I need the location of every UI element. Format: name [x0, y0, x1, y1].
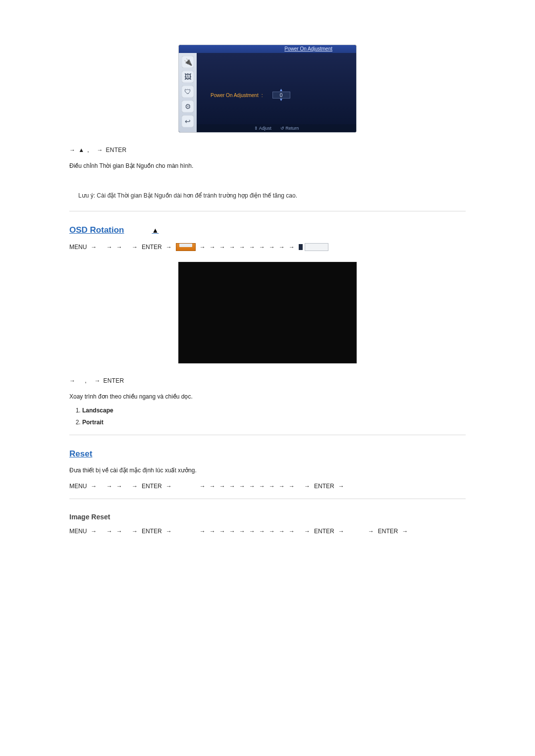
note-label: Lưu ý	[78, 192, 94, 199]
arrow-icon: →	[239, 244, 245, 251]
osd-body: 🔌 🖼 🛡 ⚙ ↩ Power On Adjustment : ▲ ▼	[179, 53, 356, 132]
osd-rail: 🔌 🖼 🛡 ⚙ ↩	[179, 53, 197, 132]
list-item: Landscape	[82, 407, 466, 414]
arrow-icon: →	[249, 483, 255, 490]
up-icon: ▲	[78, 147, 84, 153]
image-reset-menu-path: MENU → → → → ENTER→ → → → → → → → → → → …	[69, 528, 466, 535]
osd-row-label: Power On Adjustment	[211, 93, 259, 98]
image-reset-heading: Image Reset	[69, 513, 466, 521]
shield-icon: 🛡	[182, 86, 194, 98]
white-tag-icon	[305, 243, 328, 251]
arrow-icon: →	[402, 528, 408, 535]
arrow-icon: →	[69, 147, 75, 153]
reset-heading: Reset	[69, 449, 466, 459]
enter-label: ENTER	[378, 528, 398, 535]
arrow-icon: →	[289, 483, 295, 490]
arrow-icon: →	[91, 244, 97, 251]
arrow-icon: →	[338, 483, 344, 490]
arrow-icon: →	[107, 528, 112, 535]
power-note: Lưu ý: Cài đặt Thời gian Bật Nguồn dài h…	[78, 192, 466, 199]
arrow-icon: →	[107, 244, 112, 251]
nav-enter: ENTER	[106, 147, 127, 153]
arrow-icon: →	[239, 528, 245, 535]
list-item: Portrait	[82, 419, 466, 426]
arrow-icon: →	[289, 244, 295, 251]
return-icon: ↺	[280, 126, 284, 131]
arrow-icon: →	[269, 528, 275, 535]
osd-title: Power On Adjustment	[284, 46, 332, 51]
arrow-icon: →	[229, 483, 235, 490]
menu-label: MENU	[69, 528, 87, 535]
arrow-icon: →	[107, 483, 112, 490]
arrow-icon: →	[304, 528, 310, 535]
osd-power-on-adjustment-screenshot: Power On Adjustment 🔌 🖼 🛡 ⚙ ↩ Power On A…	[178, 45, 357, 133]
arrow-icon: →	[97, 147, 103, 153]
divider	[69, 211, 466, 211]
arrow-icon: →	[229, 528, 235, 535]
enter-label: ENTER	[142, 244, 162, 251]
osd-footer: ⇕ Adjust ↺ Return	[197, 124, 356, 132]
nav-comma: ,	[85, 377, 87, 384]
arrow-icon: →	[249, 528, 255, 535]
arrow-icon: →	[166, 528, 172, 535]
arrow-icon: →	[132, 528, 138, 535]
go-top-icon[interactable]: ▲	[152, 226, 159, 234]
picture-icon: 🖼	[182, 71, 194, 83]
reset-title: Reset	[69, 449, 92, 459]
arrow-icon: →	[210, 483, 215, 490]
reset-desc: Đưa thiết bị về cài đặt mặc định lúc xuấ…	[69, 467, 466, 474]
arrow-icon: →	[249, 244, 255, 251]
divider	[69, 499, 466, 499]
arrow-icon: →	[269, 483, 275, 490]
menu-label: MENU	[69, 244, 87, 251]
osd-main: Power On Adjustment : ▲ ▼ ⇕ Adjust ↺	[197, 53, 356, 132]
osd-row-separator: :	[262, 93, 263, 98]
osd-rotation-title: OSD Rotation	[69, 225, 124, 235]
arrow-icon: →	[91, 483, 97, 490]
arrow-icon: →	[219, 244, 225, 251]
arrow-icon: →	[289, 528, 295, 535]
arrow-icon: →	[210, 528, 215, 535]
arrow-icon: →	[210, 244, 215, 251]
arrow-icon: →	[259, 483, 265, 490]
enter-label: ENTER	[314, 528, 334, 535]
arrow-icon: →	[219, 528, 225, 535]
arrow-icon: →	[166, 483, 172, 490]
arrow-icon: →	[219, 483, 225, 490]
osd-rotation-screenshot	[178, 262, 357, 363]
osd-rotation-heading: OSD Rotation ▲	[69, 225, 466, 235]
power-icon: 🔌	[182, 56, 194, 68]
rotation-options-list: Landscape Portrait	[82, 407, 466, 426]
nav-comma: ,	[87, 147, 89, 153]
enter-label: ENTER	[314, 483, 334, 490]
arrow-icon: →	[116, 244, 122, 251]
exit-icon: ↩	[182, 115, 194, 127]
arrow-icon: →	[259, 528, 265, 535]
arrow-icon: →	[200, 244, 206, 251]
nav-enter: ENTER	[104, 377, 124, 384]
arrow-icon: →	[94, 377, 100, 384]
rotation-desc: Xoay trình đơn theo chiều ngang và chiều…	[69, 393, 466, 400]
arrow-icon: →	[200, 483, 206, 490]
arrow-icon: →	[279, 244, 285, 251]
enter-label: ENTER	[142, 528, 162, 535]
arrow-icon: →	[269, 244, 275, 251]
osd-spinner: ▲ ▼	[271, 89, 292, 101]
white-tag-indicator	[299, 244, 303, 250]
arrow-icon: →	[239, 483, 245, 490]
gear-icon: ⚙	[182, 101, 194, 112]
osd-rotation-menu-path: MENU → → → → ENTER→ → → → → → → → → → →	[69, 243, 466, 251]
arrow-icon: →	[279, 528, 285, 535]
arrow-icon: →	[91, 528, 97, 535]
divider	[69, 435, 466, 435]
osd-footer-adjust: ⇕ Adjust	[254, 126, 271, 131]
arrow-icon: →	[200, 528, 206, 535]
reset-menu-path: MENU → → → → ENTER→ → → → → → → → → → → …	[69, 483, 466, 490]
spinner-down-icon: ▼	[279, 99, 283, 101]
osd-row: Power On Adjustment : ▲ ▼	[211, 89, 350, 101]
arrow-icon: →	[279, 483, 285, 490]
arrow-icon: →	[132, 244, 138, 251]
arrow-icon: →	[116, 528, 122, 535]
arrow-icon: →	[229, 244, 235, 251]
menu-label: MENU	[69, 483, 87, 490]
